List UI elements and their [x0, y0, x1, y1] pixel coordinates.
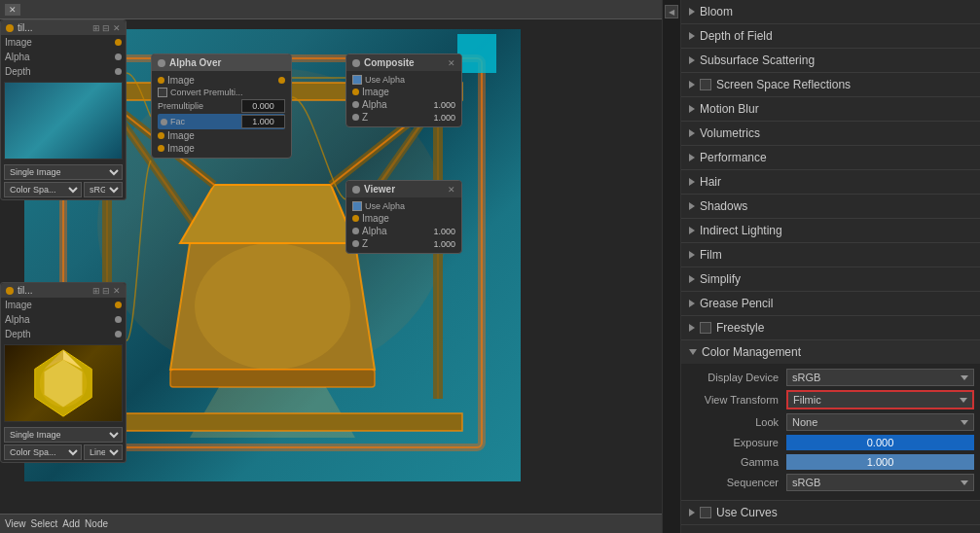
freestyle-header[interactable]: Freestyle	[681, 316, 980, 339]
display-device-label: Display Device	[689, 372, 786, 383]
ao-image-label: Image	[167, 75, 195, 86]
vol-label: Volumetrics	[700, 126, 760, 140]
color-mgmt-section: Color Management Display Device sRGB Vie…	[681, 340, 980, 501]
svg-point-34	[40, 360, 88, 408]
sequencer-label: Sequencer	[689, 477, 786, 488]
alpha-over-node[interactable]: Alpha Over Image Convert Premulti... Pre…	[151, 53, 292, 159]
ssr-header[interactable]: Screen Space Reflections	[681, 73, 980, 96]
svg-rect-29	[457, 34, 496, 73]
comp-checkbox[interactable]	[352, 75, 362, 85]
divider-btn[interactable]: ◀	[665, 5, 678, 18]
thumb1-dot	[6, 24, 14, 32]
grease-label: Grease Pencil	[700, 297, 773, 310]
gamma-row: Gamma 1.000	[689, 454, 974, 470]
viewer-header: Viewer ✕	[346, 181, 461, 197]
freestyle-triangle	[689, 324, 695, 332]
comp-image-label: Image	[362, 87, 455, 97]
display-device-chevron	[961, 375, 968, 380]
ao-fac-value[interactable]: 1.000	[241, 115, 285, 128]
film-section: Film	[681, 243, 980, 267]
viewer-node[interactable]: Viewer ✕ Use Alpha Image Alpha 1.000	[345, 180, 462, 254]
thumb2-img-label: Image	[5, 300, 32, 310]
use-curves-triangle	[689, 509, 695, 516]
ssr-checkbox[interactable]	[700, 79, 711, 90]
ao-premultiply-value[interactable]: 0.000	[241, 99, 285, 113]
mb-header[interactable]: Motion Blur	[681, 97, 980, 121]
sss-header[interactable]: Subsurface Scattering	[681, 49, 980, 72]
thumb2-icons: ⊞ ⊟ ✕	[92, 286, 121, 296]
hair-header[interactable]: Hair	[681, 170, 980, 194]
viewer-z-label: Z	[362, 238, 433, 249]
viewer-use-alpha: Use Alpha	[365, 201, 405, 211]
mb-triangle	[689, 105, 695, 113]
sss-section: Subsurface Scattering	[681, 49, 980, 73]
alpha-over-header: Alpha Over	[152, 54, 291, 71]
thumb1-mode-select[interactable]: Single Image	[4, 164, 123, 180]
dof-header[interactable]: Depth of Field	[681, 24, 980, 48]
mb-label: Motion Blur	[700, 102, 759, 116]
bloom-header[interactable]: Bloom	[681, 0, 980, 23]
close-button[interactable]: ✕	[5, 4, 20, 16]
thumb1-depth-socket	[115, 68, 122, 75]
bloom-label: Bloom	[700, 5, 733, 18]
viewer-checkbox[interactable]	[352, 201, 362, 211]
view-transform-dropdown[interactable]: Filmic	[786, 390, 974, 409]
ao-img1-label: Image	[167, 130, 195, 141]
thumbnail-panel-1: til... ⊞ ⊟ ✕ Image Alpha Depth Single Im…	[0, 19, 127, 200]
select-menu[interactable]: Select	[31, 518, 58, 529]
exposure-field[interactable]: 0.000	[786, 435, 974, 450]
film-header[interactable]: Film	[681, 243, 980, 266]
composite-node[interactable]: Composite ✕ Use Alpha Image Alpha 1.000	[345, 53, 462, 127]
sss-triangle	[689, 56, 695, 64]
viewer-image-socket	[352, 215, 359, 222]
thumb1-socket	[115, 39, 122, 46]
freestyle-label: Freestyle	[716, 321, 764, 335]
ao-fac-socket	[161, 119, 167, 125]
shadows-header[interactable]: Shadows	[681, 195, 980, 218]
grease-header[interactable]: Grease Pencil	[681, 292, 980, 315]
use-curves-label: Use Curves	[716, 506, 778, 519]
simplify-header[interactable]: Simplify	[681, 267, 980, 291]
thumb2-mode-select[interactable]: Single Image	[4, 427, 123, 443]
color-mgmt-header[interactable]: Color Management	[681, 340, 980, 364]
thumb1-colorspace-select[interactable]: sRGB	[84, 182, 123, 197]
sequencer-dropdown[interactable]: sRGB	[786, 474, 974, 491]
composite-dot	[352, 59, 360, 67]
comp-use-alpha: Use Alpha	[365, 75, 405, 85]
svg-rect-20	[83, 413, 462, 431]
view-menu[interactable]: View	[5, 518, 26, 529]
ao-checkbox[interactable]	[158, 88, 167, 97]
thumb2-colorspace-select[interactable]: Linear	[84, 444, 123, 460]
add-menu[interactable]: Add	[62, 518, 80, 529]
hair-label: Hair	[700, 175, 721, 189]
vol-header[interactable]: Volumetrics	[681, 122, 980, 145]
look-dropdown[interactable]: None	[786, 413, 974, 431]
thumb1-image	[4, 82, 123, 160]
look-label: Look	[689, 416, 786, 428]
use-curves-header[interactable]: Use Curves	[681, 501, 980, 524]
node-canvas[interactable]: til... ⊞ ⊟ ✕ Image Alpha Depth Single Im…	[0, 19, 662, 514]
perf-header[interactable]: Performance	[681, 146, 980, 169]
sequencer-value: sRGB	[792, 477, 820, 488]
freestyle-section: Freestyle	[681, 316, 980, 340]
comp-z-label: Z	[362, 112, 433, 123]
thumb1-color-select[interactable]: Color Spa...	[4, 182, 82, 197]
grease-section: Grease Pencil	[681, 292, 980, 316]
viewer-z-val: 1.000	[433, 239, 455, 249]
svg-point-14	[195, 243, 350, 370]
freestyle-checkbox[interactable]	[700, 322, 711, 334]
gamma-field[interactable]: 1.000	[786, 454, 974, 470]
thumb1-depth-label: Depth	[5, 66, 31, 77]
viewer-close[interactable]: ✕	[448, 185, 455, 195]
use-curves-checkbox[interactable]	[700, 507, 711, 518]
grease-triangle	[689, 300, 695, 307]
ao-img2-label: Image	[167, 143, 195, 154]
thumb1-img-label: Image	[5, 37, 32, 48]
viewer-alpha-socket	[352, 228, 359, 234]
indirect-header[interactable]: Indirect Lighting	[681, 219, 980, 242]
composite-close[interactable]: ✕	[448, 58, 455, 68]
thumb2-color-select[interactable]: Color Spa...	[4, 444, 82, 460]
display-device-dropdown[interactable]: sRGB	[786, 369, 974, 386]
node-menu[interactable]: Node	[85, 518, 108, 529]
properties-panel: Bloom Depth of Field Subsurface Scatteri…	[681, 0, 980, 533]
